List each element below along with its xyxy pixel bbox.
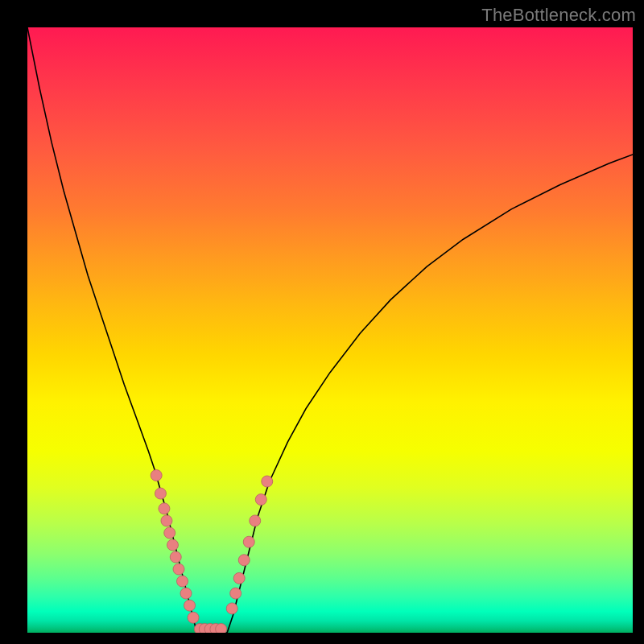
data-dot bbox=[177, 576, 188, 587]
data-dot bbox=[184, 600, 196, 611]
data-dot bbox=[230, 588, 242, 599]
data-dot bbox=[262, 476, 273, 487]
data-dot bbox=[238, 555, 250, 566]
plot-area bbox=[27, 27, 633, 633]
data-dot bbox=[167, 539, 178, 551]
bottleneck-curve bbox=[27, 27, 633, 633]
data-dot bbox=[243, 536, 254, 547]
data-dots bbox=[151, 469, 273, 633]
data-dot bbox=[188, 612, 199, 623]
data-dot bbox=[216, 623, 227, 633]
data-dot bbox=[173, 564, 184, 575]
data-dot bbox=[255, 494, 266, 506]
data-dot bbox=[151, 469, 162, 481]
data-dot bbox=[159, 503, 170, 514]
data-dot bbox=[233, 572, 245, 584]
watermark-label: TheBottleneck.com bbox=[481, 5, 636, 26]
data-dot bbox=[226, 603, 237, 614]
data-dot bbox=[250, 515, 261, 526]
data-dot bbox=[161, 515, 172, 526]
data-dot bbox=[170, 551, 181, 563]
data-dot bbox=[164, 527, 175, 539]
chart-frame: TheBottleneck.com bbox=[0, 0, 644, 644]
chart-svg bbox=[27, 27, 633, 633]
data-dot bbox=[180, 588, 192, 599]
data-dot bbox=[155, 488, 166, 499]
